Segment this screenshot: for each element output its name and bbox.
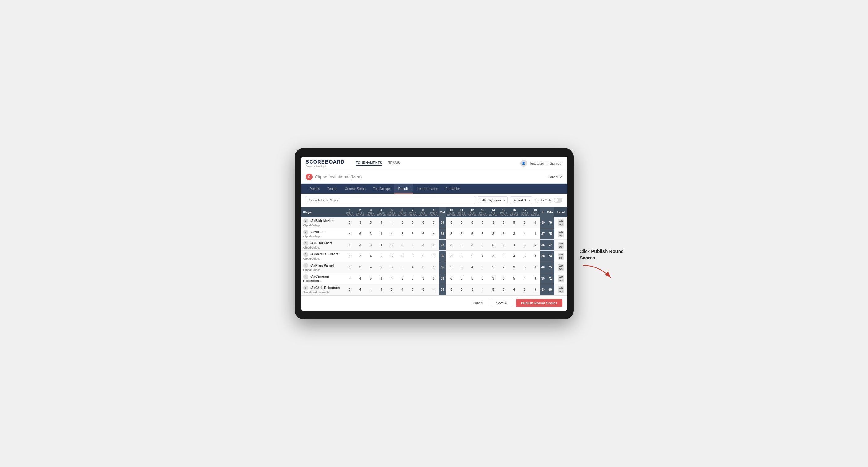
score-hole-4[interactable]: 4	[376, 239, 386, 250]
score-hole-18[interactable]: 4	[530, 228, 540, 239]
score-hole-1[interactable]: 3	[345, 261, 355, 273]
score-hole-14[interactable]: 3	[488, 228, 499, 239]
score-hole-12[interactable]: 5	[467, 228, 477, 239]
dq-badge[interactable]: DQ	[558, 256, 564, 260]
score-hole-18[interactable]: 3	[530, 273, 540, 284]
score-hole-17[interactable]: 3	[519, 217, 530, 228]
score-hole-6[interactable]: 5	[397, 261, 407, 273]
score-hole-17[interactable]: 4	[519, 273, 530, 284]
dq-badge[interactable]: DQ	[558, 290, 564, 293]
score-hole-2[interactable]: 3	[355, 239, 365, 250]
score-hole-14[interactable]: 3	[488, 250, 499, 261]
score-hole-10[interactable]: 3	[446, 217, 457, 228]
score-hole-2[interactable]: 3	[355, 217, 365, 228]
dq-badge[interactable]: DQ	[558, 245, 564, 249]
score-hole-14[interactable]: 5	[488, 239, 499, 250]
score-hole-16[interactable]: 3	[509, 261, 519, 273]
tab-course-setup[interactable]: Course Setup	[341, 184, 369, 194]
score-hole-8[interactable]: 6	[418, 217, 429, 228]
score-hole-10[interactable]: 6	[446, 273, 457, 284]
score-hole-3[interactable]: 4	[365, 261, 376, 273]
score-hole-7[interactable]: 3	[407, 250, 418, 261]
dq-badge[interactable]: DQ	[558, 268, 564, 271]
score-hole-1[interactable]: 5	[345, 239, 355, 250]
score-hole-6[interactable]: 4	[397, 284, 407, 295]
score-hole-5[interactable]: 3	[386, 239, 397, 250]
score-hole-9[interactable]: 5	[429, 273, 439, 284]
wd-badge[interactable]: WD	[558, 286, 564, 290]
score-hole-12[interactable]: 3	[467, 284, 477, 295]
search-input[interactable]	[306, 196, 475, 204]
score-hole-16[interactable]: 4	[509, 239, 519, 250]
score-hole-4[interactable]: 5	[376, 284, 386, 295]
score-hole-7[interactable]: 3	[407, 284, 418, 295]
score-hole-5[interactable]: 3	[386, 250, 397, 261]
score-hole-16[interactable]: 5	[509, 273, 519, 284]
score-hole-15[interactable]: 4	[498, 261, 509, 273]
score-hole-9[interactable]: 5	[429, 239, 439, 250]
score-hole-8[interactable]: 3	[418, 273, 429, 284]
score-hole-8[interactable]: 3	[418, 239, 429, 250]
score-hole-14[interactable]: 3	[488, 273, 499, 284]
score-hole-4[interactable]: 3	[376, 228, 386, 239]
publish-round-scores-button[interactable]: Publish Round Scores	[516, 299, 562, 307]
score-hole-11[interactable]: 5	[457, 228, 467, 239]
dq-badge[interactable]: DQ	[558, 223, 564, 226]
tab-tee-groups[interactable]: Tee Groups	[369, 184, 395, 194]
score-hole-12[interactable]: 5	[467, 250, 477, 261]
score-hole-14[interactable]: 5	[488, 284, 499, 295]
score-hole-18[interactable]: 3	[530, 284, 540, 295]
nav-tournaments[interactable]: TOURNAMENTS	[356, 161, 382, 166]
wd-badge[interactable]: WD	[558, 275, 564, 279]
score-hole-8[interactable]: 5	[418, 284, 429, 295]
round-select[interactable]: Round 3 Round 1 Round 2	[510, 196, 532, 204]
score-hole-18[interactable]: 4	[530, 217, 540, 228]
score-hole-14[interactable]: 5	[488, 261, 499, 273]
score-hole-11[interactable]: 5	[457, 217, 467, 228]
score-hole-18[interactable]: 6	[530, 261, 540, 273]
score-hole-13[interactable]: 4	[477, 250, 488, 261]
score-hole-1[interactable]: 4	[345, 273, 355, 284]
score-hole-13[interactable]: 5	[477, 217, 488, 228]
score-hole-9[interactable]: 4	[429, 284, 439, 295]
wd-badge[interactable]: WD	[558, 253, 564, 256]
score-hole-4[interactable]: 5	[376, 250, 386, 261]
score-hole-6[interactable]: 3	[397, 228, 407, 239]
score-hole-10[interactable]: 3	[446, 228, 457, 239]
score-hole-17[interactable]: 3	[519, 284, 530, 295]
score-hole-3[interactable]: 3	[365, 239, 376, 250]
score-hole-6[interactable]: 5	[397, 239, 407, 250]
score-hole-13[interactable]: 3	[477, 239, 488, 250]
score-hole-17[interactable]: 3	[519, 250, 530, 261]
score-hole-11[interactable]: 5	[457, 239, 467, 250]
tab-teams[interactable]: Teams	[323, 184, 341, 194]
score-hole-2[interactable]: 4	[355, 284, 365, 295]
score-hole-9[interactable]: 4	[429, 228, 439, 239]
score-hole-18[interactable]: 5	[530, 239, 540, 250]
score-hole-2[interactable]: 6	[355, 228, 365, 239]
dq-badge[interactable]: DQ	[558, 279, 564, 282]
score-hole-6[interactable]: 6	[397, 250, 407, 261]
score-hole-4[interactable]: 5	[376, 217, 386, 228]
score-hole-13[interactable]: 5	[477, 228, 488, 239]
tab-leaderboards[interactable]: Leaderboards	[413, 184, 442, 194]
score-hole-2[interactable]: 4	[355, 273, 365, 284]
tab-details[interactable]: Details	[306, 184, 324, 194]
score-hole-15[interactable]: 5	[498, 228, 509, 239]
filter-team-select[interactable]: Filter by team	[477, 196, 507, 204]
score-hole-17[interactable]: 6	[519, 239, 530, 250]
score-hole-7[interactable]: 5	[407, 217, 418, 228]
totals-toggle-switch[interactable]	[554, 198, 562, 203]
score-hole-8[interactable]: 3	[418, 261, 429, 273]
score-hole-1[interactable]: 3	[345, 217, 355, 228]
score-hole-15[interactable]: 5	[498, 217, 509, 228]
score-hole-11[interactable]: 5	[457, 284, 467, 295]
dq-badge[interactable]: DQ	[558, 234, 564, 237]
score-hole-16[interactable]: 4	[509, 250, 519, 261]
wd-badge[interactable]: WD	[558, 242, 564, 245]
score-hole-15[interactable]: 3	[498, 284, 509, 295]
score-hole-7[interactable]: 4	[407, 261, 418, 273]
score-hole-5[interactable]: 3	[386, 261, 397, 273]
score-hole-6[interactable]: 3	[397, 217, 407, 228]
score-hole-3[interactable]: 4	[365, 284, 376, 295]
